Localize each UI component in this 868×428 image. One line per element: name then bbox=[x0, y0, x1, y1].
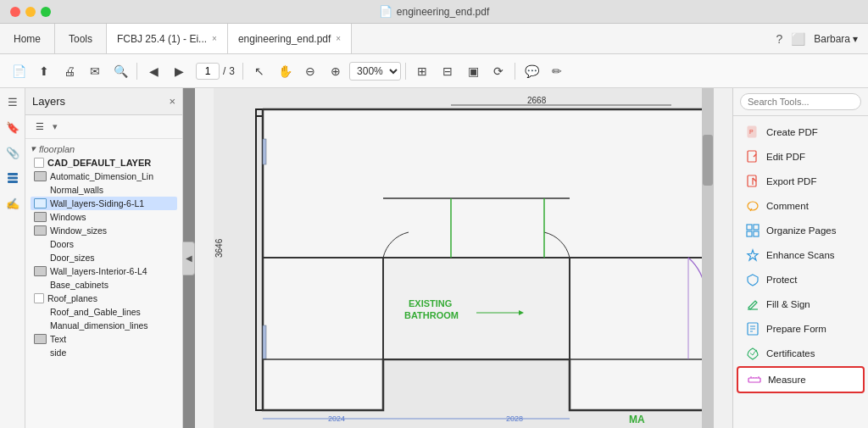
layers-menu-arrow: ▾ bbox=[53, 121, 58, 132]
tool-edit-pdf[interactable]: Edit PDF bbox=[737, 145, 865, 169]
layer-item-normal-walls[interactable]: Normal_walls bbox=[31, 183, 177, 197]
new-doc-button[interactable]: 📄 bbox=[7, 59, 31, 83]
sep3 bbox=[405, 63, 406, 80]
markup-button[interactable]: ✏ bbox=[545, 59, 569, 83]
prev-page-button[interactable]: ◀ bbox=[142, 59, 165, 83]
navbar: Home Tools FCBJ 25.4 (1) - Ei... × engin… bbox=[0, 24, 868, 54]
edit-pdf-icon bbox=[745, 149, 760, 164]
layer-item-cad-default[interactable]: CAD_DEFAULT_LAYER bbox=[31, 156, 177, 170]
floor-plan: 2668 3646 3068 bbox=[195, 88, 732, 428]
layer-spacer-mdim bbox=[34, 320, 47, 331]
title-text: engineering_end.pdf bbox=[397, 6, 489, 18]
layer-item-wall-siding[interactable]: Wall_layers-Siding-6-L1 bbox=[31, 197, 177, 210]
layer-icon-windows bbox=[34, 212, 47, 222]
page-input[interactable] bbox=[196, 63, 220, 80]
tab-file2[interactable]: engineering_end.pdf × bbox=[228, 24, 352, 53]
tool-comment[interactable]: Comment bbox=[737, 194, 865, 218]
layer-item-wall-interior[interactable]: Wall_layers-Interior-6-L4 bbox=[31, 264, 177, 278]
layer-item-roof-gable[interactable]: Roof_and_Gable_lines bbox=[31, 305, 177, 319]
next-page-button[interactable]: ▶ bbox=[167, 59, 191, 83]
tool-create-pdf[interactable]: P Create PDF bbox=[737, 120, 865, 144]
layer-item-roof-planes[interactable]: Roof_planes bbox=[31, 292, 177, 305]
layers-title: Layers bbox=[32, 95, 65, 108]
hand-button[interactable]: ✋ bbox=[273, 59, 297, 83]
fit-page-button[interactable]: ⊞ bbox=[410, 59, 434, 83]
edit-pdf-label: Edit PDF bbox=[766, 152, 805, 162]
layer-item-base-cabinets[interactable]: Base_cabinets bbox=[31, 278, 177, 292]
print-button[interactable]: 🖨 bbox=[58, 59, 81, 83]
share-button[interactable]: ⬆ bbox=[32, 59, 56, 83]
layer-item-side[interactable]: side bbox=[31, 346, 177, 359]
email-button[interactable]: ✉ bbox=[83, 59, 107, 83]
tool-export-pdf[interactable]: Export PDF bbox=[737, 170, 865, 193]
nav-right: ? ⬜ Barbara ▾ bbox=[776, 24, 869, 53]
comment-button[interactable]: 💬 bbox=[520, 59, 543, 83]
layer-item-window-sizes[interactable]: Window_sizes bbox=[31, 224, 177, 237]
layer-group-header[interactable]: ▾ floorplan bbox=[31, 142, 177, 156]
chevron-down-icon: ▾ bbox=[853, 33, 858, 45]
layer-spacer-door-sizes bbox=[34, 253, 47, 263]
svg-text:MA: MA bbox=[629, 414, 645, 425]
layers-close-button[interactable]: × bbox=[169, 95, 175, 108]
search-button[interactable]: 🔍 bbox=[108, 59, 132, 83]
layer-checkbox-cad[interactable] bbox=[34, 158, 44, 168]
sep4 bbox=[515, 63, 515, 80]
signatures-icon[interactable]: ✍ bbox=[3, 193, 23, 214]
rotate-button[interactable]: ⟳ bbox=[487, 59, 510, 83]
device-icon[interactable]: ⬜ bbox=[791, 32, 805, 46]
layers-icon[interactable] bbox=[3, 168, 23, 188]
pages-icon[interactable]: ☰ bbox=[3, 92, 23, 112]
tool-organize-pages[interactable]: Organize Pages bbox=[737, 219, 865, 242]
zoom-out-button[interactable]: ⊖ bbox=[298, 59, 322, 83]
layer-spacer-doors bbox=[34, 239, 47, 249]
search-tools-input[interactable] bbox=[740, 93, 861, 110]
layer-item-door-sizes[interactable]: Door_sizes bbox=[31, 251, 177, 264]
tool-enhance-scans[interactable]: Enhance Scans bbox=[737, 243, 865, 267]
tool-protect[interactable]: Protect bbox=[737, 268, 865, 292]
tab-tools[interactable]: Tools bbox=[55, 24, 107, 53]
measure-label: Measure bbox=[768, 375, 806, 385]
minimize-button[interactable] bbox=[25, 7, 36, 17]
fill-sign-label: Fill & Sign bbox=[766, 299, 810, 309]
attachments-icon[interactable]: 📎 bbox=[3, 142, 23, 163]
fit-width-button[interactable]: ⊟ bbox=[436, 59, 459, 83]
zoom-select[interactable]: 300% 200% 150% 100% 75% bbox=[349, 62, 401, 81]
help-icon[interactable]: ? bbox=[776, 32, 783, 46]
user-menu[interactable]: Barbara ▾ bbox=[814, 33, 858, 45]
layer-item-auto-dim[interactable]: Automatic_Dimension_Lin bbox=[31, 170, 177, 183]
layers-toolbar: ☰ ▾ bbox=[25, 115, 182, 139]
titlebar: 📄 engineering_end.pdf bbox=[0, 0, 868, 24]
tool-certificates[interactable]: Certificates bbox=[737, 342, 865, 365]
close-button[interactable] bbox=[10, 7, 20, 17]
certificates-icon bbox=[745, 346, 760, 361]
layer-checkbox-roof[interactable] bbox=[34, 293, 44, 303]
tab-file1[interactable]: FCBJ 25.4 (1) - Ei... × bbox=[107, 24, 228, 53]
tab-file2-close[interactable]: × bbox=[336, 34, 341, 43]
layer-item-text[interactable]: Text bbox=[31, 332, 177, 346]
tab-home[interactable]: Home bbox=[0, 24, 55, 53]
tool-measure[interactable]: Measure bbox=[737, 366, 865, 393]
fit-height-button[interactable]: ▣ bbox=[461, 59, 485, 83]
layer-item-windows[interactable]: Windows bbox=[31, 210, 177, 224]
tool-prepare-form[interactable]: Prepare Form bbox=[737, 317, 865, 341]
layer-item-manual-dim[interactable]: Manual_dimension_lines bbox=[31, 319, 177, 332]
pdf-area[interactable]: ◀ 2668 3646 3068 bbox=[183, 88, 732, 428]
layers-menu-button[interactable]: ☰ bbox=[31, 118, 49, 136]
bookmarks-icon[interactable]: 🔖 bbox=[3, 117, 23, 137]
pointer-button[interactable]: ↖ bbox=[248, 59, 271, 83]
layer-item-doors[interactable]: Doors bbox=[31, 237, 177, 251]
svg-marker-46 bbox=[748, 250, 758, 260]
tool-fill-sign[interactable]: Fill & Sign bbox=[737, 292, 865, 316]
layer-group-floorplan: ▾ floorplan CAD_DEFAULT_LAYER Automatic_… bbox=[25, 139, 182, 360]
zoom-in-button[interactable]: ⊕ bbox=[324, 59, 348, 83]
right-panel: P Create PDF Edit PDF Export PDF bbox=[732, 88, 868, 428]
collapse-panel-button[interactable]: ◀ bbox=[183, 242, 195, 275]
enhance-scans-label: Enhance Scans bbox=[766, 250, 835, 260]
pdf-icon: 📄 bbox=[379, 5, 392, 18]
layer-icon-text bbox=[34, 334, 47, 344]
export-pdf-icon bbox=[745, 174, 760, 189]
organize-pages-icon bbox=[745, 223, 760, 238]
tab-file1-close[interactable]: × bbox=[212, 34, 217, 43]
search-tools-container bbox=[733, 88, 868, 116]
maximize-button[interactable] bbox=[41, 7, 51, 17]
